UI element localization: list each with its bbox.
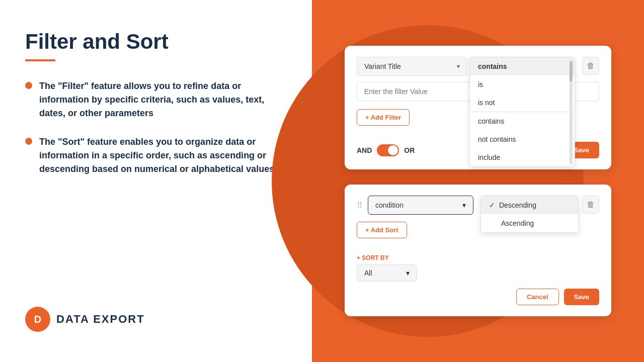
or-label: OR — [404, 146, 415, 154]
logo-text: DATA EXPORT — [56, 313, 145, 326]
add-sort-button[interactable]: + Add Sort — [357, 222, 407, 238]
filter-field-dropdown[interactable]: Variant Title ▾ — [357, 57, 467, 76]
sort-by-select[interactable]: All ▾ — [357, 264, 417, 282]
chevron-down-icon-sort: ▾ — [462, 201, 466, 209]
bullet-text-1: The "Filter" feature allows you to refin… — [39, 79, 287, 120]
dropdown-scrollbar — [570, 59, 573, 164]
sort-save-button[interactable]: Save — [564, 289, 599, 305]
filter-option-include[interactable]: include — [470, 148, 575, 166]
sort-descending-label: Descending — [499, 201, 536, 209]
bullet-list: The "Filter" feature allows you to refin… — [25, 79, 287, 176]
sort-by-value: All — [364, 269, 372, 277]
trash-icon-sort: 🗑 — [587, 200, 595, 209]
and-or-controls: AND OR — [357, 144, 415, 156]
check-icon: ✓ — [489, 201, 495, 209]
filter-option-not-contains[interactable]: not contains — [470, 130, 575, 148]
and-label: AND — [357, 146, 372, 154]
sort-field-value: condition — [375, 201, 404, 209]
chevron-down-icon-sortby: ▾ — [406, 269, 410, 277]
sort-by-label: + SORT BY — [357, 254, 599, 261]
logo-letter: D — [34, 314, 41, 325]
logo-icon: D — [25, 307, 50, 332]
sort-field-dropdown[interactable]: condition ▾ — [368, 196, 473, 215]
right-panel: Variant Title ▾ contains is is not conta… — [312, 0, 644, 362]
toggle-thumb — [388, 145, 398, 155]
filter-option-contains-2[interactable]: contains — [470, 112, 575, 130]
bullet-dot-2 — [25, 138, 32, 145]
add-filter-button[interactable]: + Add Filter — [357, 109, 410, 126]
sort-delete-button[interactable]: 🗑 — [582, 196, 599, 214]
page-title: Filter and Sort — [25, 30, 287, 53]
filter-field-value: Variant Title — [364, 62, 401, 70]
drag-handle-icon[interactable]: ⠿ — [357, 201, 363, 210]
left-content: Filter and Sort The "Filter" feature all… — [25, 30, 287, 176]
filter-card: Variant Title ▾ contains is is not conta… — [345, 46, 611, 169]
chevron-down-icon: ▾ — [457, 63, 460, 70]
filter-row: Variant Title ▾ contains is is not conta… — [357, 57, 599, 76]
sort-ascending-label: Ascending — [501, 219, 534, 227]
logo-section: D DATA EXPORT — [25, 307, 287, 332]
left-panel: Filter and Sort The "Filter" feature all… — [0, 0, 312, 362]
bullet-text-2: The "Sort" feature enables you to organi… — [39, 135, 287, 176]
scrollbar-thumb — [570, 61, 573, 81]
title-underline — [25, 59, 55, 61]
filter-delete-button[interactable]: 🗑 — [582, 57, 599, 75]
bullet-item-1: The "Filter" feature allows you to refin… — [25, 79, 287, 120]
filter-option-contains-1[interactable]: contains — [470, 57, 575, 75]
bullet-dot-1 — [25, 82, 32, 89]
sort-card-actions: Cancel Save — [357, 289, 599, 305]
and-or-toggle[interactable] — [377, 144, 399, 156]
sort-row: ⠿ condition ▾ ✓ Descending Ascending 🗑 — [357, 196, 599, 215]
filter-option-is-not[interactable]: is not — [470, 94, 575, 112]
sort-by-row: + SORT BY All ▾ — [357, 254, 599, 282]
bullet-item-2: The "Sort" feature enables you to organi… — [25, 135, 287, 176]
sort-card: ⠿ condition ▾ ✓ Descending Ascending 🗑 — [345, 185, 611, 316]
filter-option-is[interactable]: is — [470, 75, 575, 94]
sort-option-descending[interactable]: ✓ Descending — [481, 196, 578, 214]
sort-order-dropdown-menu: ✓ Descending Ascending — [480, 196, 579, 233]
trash-icon: 🗑 — [587, 61, 595, 70]
sort-cancel-button[interactable]: Cancel — [516, 289, 559, 305]
sort-option-ascending[interactable]: Ascending — [481, 214, 578, 232]
filter-operator-dropdown-menu: contains is is not contains not contains… — [469, 57, 575, 167]
